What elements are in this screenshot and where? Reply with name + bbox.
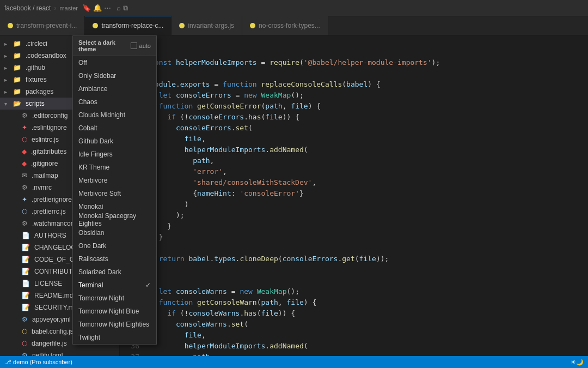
tab-icon-invariant	[179, 23, 185, 28]
bookmark-icon[interactable]: 🔖	[82, 4, 91, 13]
dropdown-item-tomorrow-night-eighties[interactable]: Tomorrow Night Eighties	[73, 318, 156, 331]
status-bar-left: ⎇ demo (Pro subscriber)	[4, 359, 72, 366]
theme-toggle[interactable]: ☀🌙	[571, 359, 584, 366]
bell-icon[interactable]: 🔔	[93, 4, 102, 13]
code-content: 8910111213141516171819202122232425262728…	[120, 35, 588, 368]
file-icon: ✉	[22, 172, 27, 179]
dropdown-item-terminal[interactable]: Terminal✓	[73, 279, 156, 292]
search-icon[interactable]: ⌕	[117, 4, 121, 13]
sidebar-item-label: .gitignore	[31, 160, 58, 167]
theme-label: Obsidian	[78, 229, 104, 237]
sidebar-item-label: babel.config.js	[32, 328, 74, 335]
theme-label: Terminal	[78, 281, 103, 289]
sidebar-item-label: .mailmap	[32, 172, 58, 179]
dropdown-item-only-sidebar[interactable]: Only Sidebar	[73, 69, 156, 82]
tab-icon-no-cross	[250, 23, 255, 28]
file-icon: ⬡	[22, 136, 27, 143]
sidebar-item-label: LICENSE	[34, 280, 62, 287]
sidebar-item-label: dangerfile.js	[32, 340, 67, 347]
dropdown-item-merbivore-soft[interactable]: Merbivore Soft	[73, 187, 156, 200]
code-area[interactable]: 8910111213141516171819202122232425262728…	[120, 35, 588, 368]
dropdown-item-github-dark[interactable]: Github Dark	[73, 135, 156, 148]
dropdown-item-monokai-spacegray-eighties[interactable]: Monokai Spacegray Eighties	[73, 213, 156, 226]
file-icon: ⬡	[22, 208, 27, 215]
tab-label-invariant: invariant-args.js	[188, 22, 234, 29]
code-line: path,	[150, 155, 588, 166]
dropdown-item-solarized-dark[interactable]: Solarized Dark	[73, 266, 156, 279]
code-line: )	[150, 199, 588, 210]
tab-transform-replace[interactable]: transform-replace-c...	[85, 16, 171, 35]
more-icon[interactable]: ⋯	[104, 4, 111, 13]
file-icon: ✦	[22, 124, 27, 131]
sidebar-item-label: .codesandbox	[26, 52, 66, 59]
sidebar-item-label: eslintrc.js	[32, 136, 59, 143]
git-branch[interactable]: ⎇ demo (Pro subscriber)	[4, 359, 72, 366]
theme-label: Clouds Midnight	[78, 111, 125, 119]
dropdown-item-ambiance[interactable]: Ambiance	[73, 82, 156, 95]
theme-label: Merbivore Soft	[78, 190, 121, 197]
sidebar-item-label: .editorconfig	[32, 112, 68, 119]
code-line: helperModuleImports.addNamed(	[150, 341, 588, 352]
tab-transform-prevent[interactable]: transform-prevent-i...	[0, 16, 85, 35]
theme-label: Tomorrow Night Eighties	[78, 321, 149, 328]
code-line: consoleErrors.set(	[150, 123, 588, 134]
code-line: }	[150, 232, 588, 243]
theme-label: Monokai Spacegray Eighties	[78, 212, 151, 227]
code-line: function getConsoleError(path, file) {	[150, 101, 588, 112]
dropdown-header: Select a dark theme auto	[73, 36, 156, 56]
dropdown-item-kr-theme[interactable]: KR Theme	[73, 161, 156, 174]
dropdown-auto-section: auto	[131, 43, 151, 49]
folder-icon: 📁	[13, 88, 21, 95]
file-icon: 📄	[22, 232, 30, 239]
split-icon[interactable]: ⧉	[123, 4, 128, 13]
tab-no-cross[interactable]: no-cross-fork-types...	[242, 16, 328, 35]
dropdown-item-tomorrow-night[interactable]: Tomorrow Night	[73, 292, 156, 305]
theme-label: Idle Fingers	[78, 150, 113, 158]
sidebar-item-label: AUTHORS	[34, 232, 66, 239]
folder-arrow-icon: ▸	[4, 53, 11, 59]
code-line: helperModuleImports.addNamed(	[150, 144, 588, 155]
tab-label-transform-replace: transform-replace-c...	[101, 22, 163, 29]
dropdown-item-tomorrow-night-blue[interactable]: Tomorrow Night Blue	[73, 305, 156, 318]
sidebar-item-label: README.md	[34, 292, 73, 299]
file-icon: ⚙	[22, 220, 28, 227]
code-line	[150, 46, 588, 57]
dropdown-item-off[interactable]: Off	[73, 56, 156, 69]
theme-label: Github Dark	[78, 137, 113, 145]
folder-icon: 📂	[13, 100, 21, 107]
dropdown-title: Select a dark theme	[78, 39, 131, 52]
branch-name: master	[59, 5, 78, 11]
tab-invariant[interactable]: invariant-args.js	[171, 16, 242, 35]
sidebar-item-label: .nvmrc	[32, 184, 52, 191]
dropdown-item-cobalt[interactable]: Cobalt	[73, 122, 156, 135]
status-bar-right: ☀🌙	[571, 359, 584, 366]
code-line: 'shared/consoleWithStackDev',	[150, 177, 588, 188]
code-line	[150, 243, 588, 254]
title-bar: facebook / react › master 🔖 🔔 ⋯ ⌕ ⧉	[0, 0, 588, 16]
sidebar-item-label: .eslintignore	[32, 124, 67, 131]
dropdown-item-obsidian[interactable]: Obsidian	[73, 226, 156, 239]
dropdown-item-merbivore[interactable]: Merbivore	[73, 174, 156, 187]
folder-arrow-icon: ▸	[4, 41, 11, 47]
folder-icon: 📁	[13, 52, 21, 59]
file-icon: ⚙	[22, 316, 28, 323]
dropdown-item-railscasts[interactable]: Railscasts	[73, 252, 156, 266]
dropdown-item-twilight[interactable]: Twilight	[73, 331, 156, 344]
file-icon: 📝	[22, 268, 30, 275]
sidebar-item-label: appveyor.yml	[32, 316, 71, 323]
dropdown-item-monokai[interactable]: Monokai	[73, 200, 156, 213]
sidebar-item-label: .github	[26, 64, 45, 71]
dropdown-item-chaos[interactable]: Chaos	[73, 95, 156, 108]
title-bar-repo: facebook / react › master	[4, 4, 78, 12]
dropdown-item-one-dark[interactable]: One Dark	[73, 239, 156, 252]
theme-label: Chaos	[78, 98, 97, 106]
auto-checkbox[interactable]	[131, 43, 137, 49]
dropdown-item-clouds-midnight[interactable]: Clouds Midnight	[73, 108, 156, 122]
sidebar-item-label: .circleci	[26, 40, 47, 47]
code-line: 'error',	[150, 166, 588, 177]
tab-label-transform-prevent: transform-prevent-i...	[16, 22, 77, 29]
file-icon: ⬡	[22, 328, 27, 335]
tab-icon-transform-replace	[93, 23, 98, 28]
dropdown-item-idle-fingers[interactable]: Idle Fingers	[73, 148, 156, 161]
code-line: );	[150, 210, 588, 221]
